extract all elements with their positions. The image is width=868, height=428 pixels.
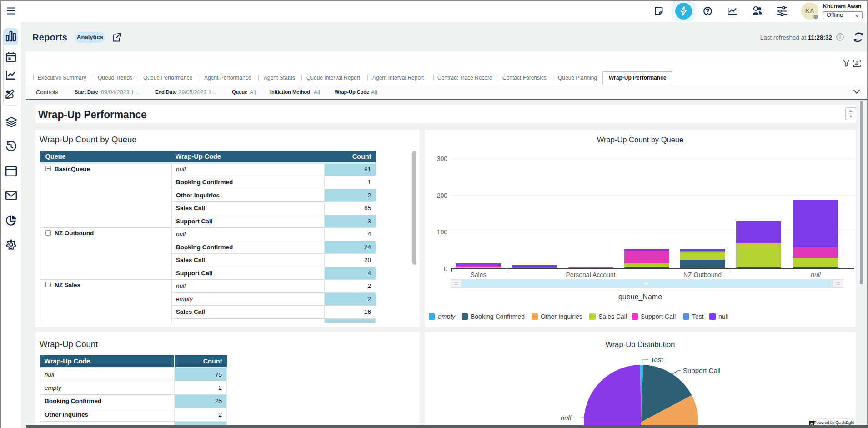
svg-text:null: null xyxy=(561,414,572,422)
svg-text:Support Call: Support Call xyxy=(683,367,721,374)
svg-text:Test: Test xyxy=(651,356,663,363)
